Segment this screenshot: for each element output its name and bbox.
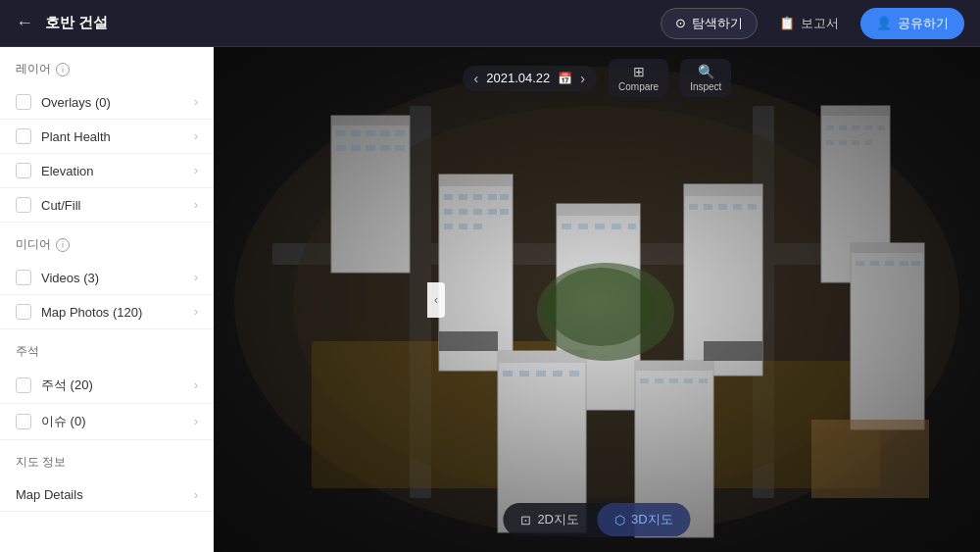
aerial-map [214, 47, 980, 552]
map-photos-chevron-icon: › [194, 305, 198, 319]
share-label: 공유하기 [898, 15, 949, 32]
plant-health-label: Plant Health [41, 129, 194, 144]
compare-label: Compare [618, 81, 659, 92]
cut-fill-checkbox[interactable] [16, 197, 31, 213]
sidebar: 레이어 i Overlays (0) › Plant Health › Elev… [0, 47, 214, 552]
view-3d-label: 3D지도 [631, 511, 673, 528]
sidebar-item-issues[interactable]: 이슈 (0) › [0, 404, 214, 440]
main-layout: 레이어 i Overlays (0) › Plant Health › Elev… [0, 47, 980, 552]
plant-health-chevron-icon: › [194, 129, 198, 143]
header: ← 호반 건설 ⊙ 탐색하기 📋 보고서 👤 공유하기 [0, 0, 980, 47]
sidebar-item-annotations[interactable]: 주석 (20) › [0, 368, 214, 404]
overlays-chevron-icon: › [194, 95, 198, 109]
videos-label: Videos (3) [41, 271, 194, 285]
report-label: 보고서 [801, 15, 839, 32]
calendar-icon: 📅 [558, 72, 572, 85]
sidebar-item-overlays[interactable]: Overlays (0) › [0, 85, 214, 120]
sidebar-collapse-button[interactable]: ‹ [427, 282, 445, 318]
header-actions: ⊙ 탐색하기 📋 보고서 👤 공유하기 [661, 8, 964, 39]
sidebar-item-videos[interactable]: Videos (3) › [0, 261, 214, 295]
videos-checkbox[interactable] [16, 270, 31, 285]
annotations-label: 주석 (20) [41, 376, 194, 394]
sidebar-item-map-details[interactable]: Map Details › [0, 478, 214, 512]
collapse-icon: ‹ [434, 293, 438, 307]
view-2d-icon: ⊡ [520, 513, 531, 527]
map-details-chevron-icon: › [194, 488, 198, 502]
cut-fill-chevron-icon: › [194, 198, 198, 212]
view-2d-label: 2D지도 [537, 511, 579, 528]
layer-section-title: 레이어 i [0, 47, 214, 85]
map-toolbar: ‹ 2021.04.22 📅 › ⊞ Compare 🔍 Inspect [214, 59, 980, 97]
overlays-label: Overlays (0) [41, 95, 194, 110]
media-info-icon[interactable]: i [56, 238, 70, 252]
inspect-icon: 🔍 [698, 64, 714, 79]
date-next-button[interactable]: › [580, 71, 585, 86]
page-title: 호반 건설 [45, 14, 108, 32]
explore-icon: ⊙ [675, 16, 686, 30]
cut-fill-label: Cut/Fill [41, 198, 194, 213]
elevation-chevron-icon: › [194, 164, 198, 177]
map-date: 2021.04.22 [486, 71, 550, 85]
sidebar-item-cut-fill[interactable]: Cut/Fill › [0, 188, 214, 223]
map-area: ‹ 2021.04.22 📅 › ⊞ Compare 🔍 Inspect ‹ ⊡… [214, 47, 980, 552]
view-2d-button[interactable]: ⊡ 2D지도 [503, 503, 597, 536]
issues-checkbox[interactable] [16, 414, 31, 429]
share-button[interactable]: 👤 공유하기 [860, 8, 964, 39]
inspect-label: Inspect [690, 81, 721, 92]
map-details-label: Map Details [16, 487, 194, 502]
date-prev-button[interactable]: ‹ [474, 71, 479, 86]
plant-health-checkbox[interactable] [16, 128, 31, 144]
media-section-title: 미디어 i [0, 223, 214, 261]
videos-chevron-icon: › [194, 271, 198, 284]
annotations-checkbox[interactable] [16, 377, 31, 393]
inspect-button[interactable]: 🔍 Inspect [680, 59, 731, 97]
map-photos-label: Map Photos (120) [41, 305, 194, 320]
issues-label: 이슈 (0) [41, 413, 194, 430]
compare-button[interactable]: ⊞ Compare [609, 59, 668, 97]
svg-rect-87 [214, 47, 980, 552]
annotations-chevron-icon: › [194, 378, 198, 392]
date-nav: ‹ 2021.04.22 📅 › [463, 66, 597, 91]
annotation-section-title: 주석 [0, 329, 214, 368]
overlays-checkbox[interactable] [16, 94, 31, 110]
report-icon: 📋 [779, 16, 795, 30]
sidebar-item-elevation[interactable]: Elevation › [0, 154, 214, 188]
map-info-section-title: 지도 정보 [0, 440, 214, 478]
report-button[interactable]: 📋 보고서 [765, 9, 853, 38]
sidebar-item-map-photos[interactable]: Map Photos (120) › [0, 295, 214, 329]
explore-button[interactable]: ⊙ 탐색하기 [661, 8, 758, 39]
share-icon: 👤 [876, 16, 892, 30]
explore-label: 탐색하기 [692, 15, 743, 32]
view-3d-icon: ⬡ [614, 513, 625, 527]
map-view-toggle: ⊡ 2D지도 ⬡ 3D지도 [503, 503, 690, 536]
map-photos-checkbox[interactable] [16, 304, 31, 320]
compare-icon: ⊞ [633, 64, 645, 79]
issues-chevron-icon: › [194, 415, 198, 428]
back-button[interactable]: ← [16, 13, 33, 33]
view-3d-button[interactable]: ⬡ 3D지도 [597, 503, 691, 536]
elevation-checkbox[interactable] [16, 163, 31, 178]
layer-info-icon[interactable]: i [56, 63, 70, 76]
elevation-label: Elevation [41, 164, 194, 178]
sidebar-item-plant-health[interactable]: Plant Health › [0, 120, 214, 154]
